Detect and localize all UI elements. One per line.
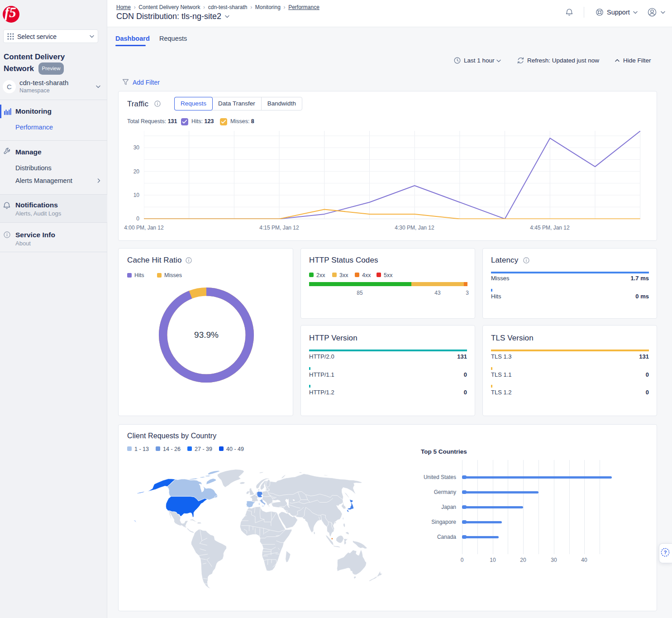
- svg-text:?: ?: [664, 550, 667, 555]
